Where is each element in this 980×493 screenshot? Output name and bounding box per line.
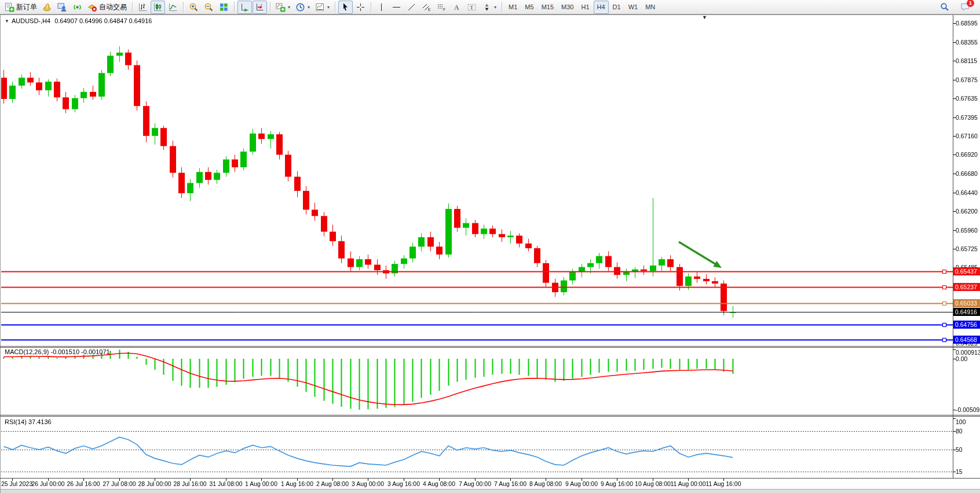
horizontal-line-button[interactable] <box>389 1 404 14</box>
date-tick-label: 26 Jul 00:00 <box>28 480 68 488</box>
indicators-button[interactable]: ▾ <box>273 1 292 14</box>
price-tick-label: 0.66440 <box>956 189 978 197</box>
symbol-period-label: AUDUSD-,H4 <box>12 17 50 24</box>
crosshair-button[interactable] <box>353 1 368 14</box>
line-chart-button[interactable] <box>166 1 180 14</box>
zoom-out-button[interactable] <box>202 1 216 14</box>
tf-h1-button-label: H1 <box>580 3 590 10</box>
price-tick-label: 0.66680 <box>956 170 978 178</box>
dropdown-caret-icon: ▾ <box>327 5 330 10</box>
tf-m1-button[interactable]: M1 <box>505 1 521 14</box>
price-tick-label: 0.68595 <box>956 19 978 27</box>
tf-h4-button-label: H4 <box>596 3 606 10</box>
seal-icon <box>42 2 52 12</box>
search-button[interactable] <box>937 1 952 14</box>
text-label-button[interactable]: T <box>465 1 479 14</box>
candlestick-chart-icon <box>153 2 163 12</box>
hline-icon <box>392 2 401 12</box>
date-tick-label: 28 Jul 16:00 <box>170 480 210 488</box>
dropdown-caret-icon: ▾ <box>288 5 290 10</box>
dropdown-caret-icon: ▾ <box>308 5 310 10</box>
broadcast-button[interactable] <box>70 1 85 14</box>
toolbar-right-group: 1 <box>937 1 978 14</box>
vertical-line-button[interactable] <box>374 1 389 14</box>
seal-button[interactable] <box>40 1 54 14</box>
broadcast-icon <box>72 2 82 12</box>
candlestick-chart-button[interactable] <box>151 1 165 14</box>
date-tick-label: 27 Jul 08:00 <box>99 480 140 488</box>
trendline-icon <box>407 2 416 12</box>
search-icon <box>939 2 950 12</box>
price-line-label: 0.65033 <box>953 299 980 307</box>
tf-mn-button-label: MN <box>644 3 656 10</box>
new-order-button[interactable]: 新订单 <box>2 1 39 14</box>
fibonacci-icon: F <box>437 2 447 12</box>
periods-button[interactable]: ▾ <box>293 1 312 14</box>
date-tick-label: 8 Aug 08:00 <box>525 480 566 488</box>
autotrading-icon <box>87 2 97 12</box>
autotrading-button[interactable]: 自动交易 <box>85 1 129 14</box>
date-tick-label: 11 Aug 16:00 <box>703 480 744 488</box>
toolbar-separator <box>132 2 133 12</box>
bar-chart-icon <box>138 2 148 12</box>
chart-shift-button[interactable] <box>253 1 267 14</box>
collapse-triangle-icon[interactable]: ▼ <box>5 19 9 24</box>
bar-chart-button[interactable] <box>136 1 150 14</box>
price-tick-label: 0.67875 <box>956 76 978 84</box>
zoom-out-icon <box>204 2 214 12</box>
svg-text:E: E <box>428 8 431 12</box>
price-line-label: 0.64916 <box>953 308 980 316</box>
svg-text:A: A <box>454 3 459 11</box>
profile-button[interactable] <box>55 1 70 14</box>
tf-mn-button[interactable]: MN <box>642 1 659 14</box>
toolbar-separator <box>335 2 335 12</box>
tf-m15-button-label: M15 <box>540 3 555 10</box>
text-button[interactable]: A <box>449 1 464 14</box>
shapes-icon <box>482 2 492 12</box>
price-line-label: 0.65237 <box>953 283 980 291</box>
new-order-button-label: 新订单 <box>16 2 37 12</box>
zoom-in-button[interactable] <box>187 1 201 14</box>
rsi-tick-label: 80 <box>956 427 963 435</box>
fibonacci-button[interactable]: F <box>434 1 449 14</box>
tf-w1-button[interactable]: W1 <box>625 1 642 14</box>
tf-m30-button-label: M30 <box>560 3 575 10</box>
tile-windows-button[interactable] <box>217 1 231 14</box>
autoscroll-button[interactable] <box>237 1 252 14</box>
toolbar-separator <box>234 2 235 12</box>
chart-symbol-line: ▼AUDUSD-,H40.64907 0.64996 0.64847 0.649… <box>5 17 156 24</box>
arrows-button[interactable]: ▾ <box>480 1 499 14</box>
chat-button[interactable]: 1 <box>958 1 973 14</box>
tf-m30-button[interactable]: M30 <box>558 1 577 14</box>
templates-button[interactable]: ▾ <box>313 1 332 14</box>
price-tick-label: 0.68355 <box>956 38 978 46</box>
tf-h4-button[interactable]: H4 <box>594 1 609 14</box>
price-tick-label: 0.66920 <box>956 150 978 159</box>
price-line-label: 0.65437 <box>953 267 980 275</box>
profile-icon <box>57 2 67 12</box>
chart-surface[interactable] <box>0 0 980 493</box>
chart-shift-marker-icon: ▼ <box>702 14 707 20</box>
cursor-button[interactable] <box>338 1 353 14</box>
rsi-tick-label: 100 <box>956 418 966 426</box>
date-tick-label: 3 Aug 16:00 <box>383 480 424 488</box>
date-tick-label: 31 Jul 08:00 <box>206 480 246 488</box>
equidistant-channel-button[interactable]: E <box>419 1 434 14</box>
tf-m15-button[interactable]: M15 <box>538 1 557 14</box>
notification-badge: 1 <box>967 0 974 7</box>
tf-m5-button[interactable]: M5 <box>521 1 537 14</box>
indicators-icon <box>276 2 286 12</box>
crosshair-icon <box>356 2 365 12</box>
rsi-header-label: RSI(14) 37.4136 <box>5 418 52 425</box>
macd-tick-label: -0.005093 <box>956 406 980 414</box>
date-tick-label: 10 Aug 08:00 <box>632 480 673 488</box>
autotrading-button-label: 自动交易 <box>99 2 127 12</box>
tf-h1-button[interactable]: H1 <box>577 1 593 14</box>
price-tick-label: 0.65960 <box>956 226 978 234</box>
metatrader-window: 新订单自动交易▾▾▾EFAT▾M1M5M15M30H1H4D1W1MN1 ▼AU… <box>0 0 980 493</box>
chart-shift-icon <box>255 2 265 12</box>
trendline-button[interactable] <box>404 1 419 14</box>
text-icon: A <box>452 2 462 12</box>
tf-d1-button[interactable]: D1 <box>609 1 624 14</box>
vline-icon <box>376 2 386 12</box>
